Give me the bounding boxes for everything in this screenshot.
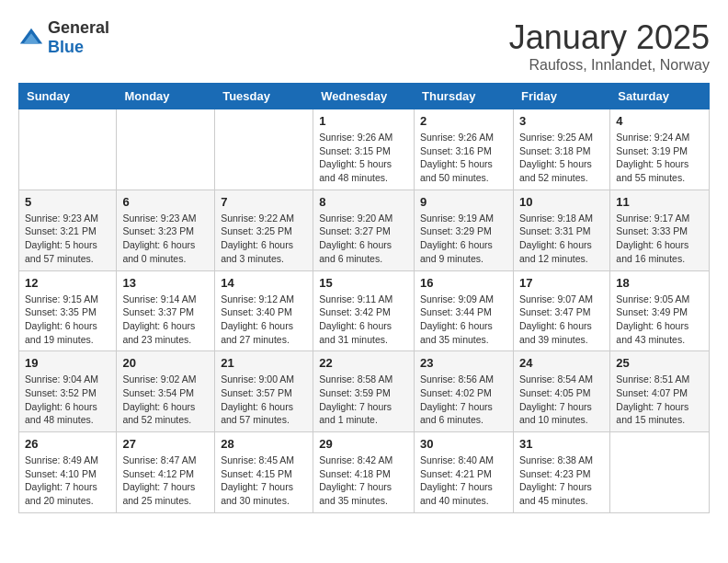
week-row-3: 12Sunrise: 9:15 AMSunset: 3:35 PMDayligh… xyxy=(19,270,710,351)
day-info: Sunrise: 8:42 AMSunset: 4:18 PMDaylight:… xyxy=(319,454,408,508)
logo-icon xyxy=(18,25,44,51)
day-cell: 21Sunrise: 9:00 AMSunset: 3:57 PMDayligh… xyxy=(215,351,313,432)
day-cell: 16Sunrise: 9:09 AMSunset: 3:44 PMDayligh… xyxy=(415,270,514,351)
day-cell: 24Sunrise: 8:54 AMSunset: 4:05 PMDayligh… xyxy=(513,351,609,432)
day-info: Sunrise: 8:40 AMSunset: 4:21 PMDaylight:… xyxy=(420,454,507,508)
title-block: January 2025 Raufoss, Innlandet, Norway xyxy=(509,18,710,74)
day-number: 24 xyxy=(519,356,604,370)
day-number: 16 xyxy=(420,276,507,290)
day-number: 27 xyxy=(122,437,209,451)
day-cell: 30Sunrise: 8:40 AMSunset: 4:21 PMDayligh… xyxy=(415,432,514,513)
day-number: 7 xyxy=(221,195,307,209)
day-cell: 3Sunrise: 9:25 AMSunset: 3:18 PMDaylight… xyxy=(513,109,609,190)
day-cell: 15Sunrise: 9:11 AMSunset: 3:42 PMDayligh… xyxy=(313,270,415,351)
day-number: 4 xyxy=(616,114,703,128)
day-cell: 23Sunrise: 8:56 AMSunset: 4:02 PMDayligh… xyxy=(415,351,514,432)
day-info: Sunrise: 9:09 AMSunset: 3:44 PMDaylight:… xyxy=(420,293,507,347)
day-number: 6 xyxy=(122,195,209,209)
day-info: Sunrise: 9:19 AMSunset: 3:29 PMDaylight:… xyxy=(420,212,507,266)
day-cell: 17Sunrise: 9:07 AMSunset: 3:47 PMDayligh… xyxy=(513,270,609,351)
logo-blue: Blue xyxy=(48,38,84,56)
day-cell: 2Sunrise: 9:26 AMSunset: 3:16 PMDaylight… xyxy=(415,109,514,190)
day-cell: 6Sunrise: 9:23 AMSunset: 3:23 PMDaylight… xyxy=(117,190,215,270)
day-cell: 1Sunrise: 9:26 AMSunset: 3:15 PMDaylight… xyxy=(313,109,415,190)
week-row-2: 5Sunrise: 9:23 AMSunset: 3:21 PMDaylight… xyxy=(19,190,710,270)
day-cell: 26Sunrise: 8:49 AMSunset: 4:10 PMDayligh… xyxy=(19,432,117,513)
day-info: Sunrise: 8:49 AMSunset: 4:10 PMDaylight:… xyxy=(25,454,110,508)
logo-general: General xyxy=(48,18,109,37)
day-number: 18 xyxy=(616,276,703,290)
day-cell: 25Sunrise: 8:51 AMSunset: 4:07 PMDayligh… xyxy=(610,351,710,432)
calendar-header: SundayMondayTuesdayWednesdayThursdayFrid… xyxy=(19,84,710,109)
header-cell-saturday: Saturday xyxy=(610,84,710,109)
calendar-body: 1Sunrise: 9:26 AMSunset: 3:15 PMDaylight… xyxy=(19,109,710,513)
day-info: Sunrise: 8:54 AMSunset: 4:05 PMDaylight:… xyxy=(519,373,604,427)
day-info: Sunrise: 9:07 AMSunset: 3:47 PMDaylight:… xyxy=(519,293,604,347)
day-cell: 10Sunrise: 9:18 AMSunset: 3:31 PMDayligh… xyxy=(513,190,609,270)
header-cell-wednesday: Wednesday xyxy=(313,84,415,109)
day-number: 11 xyxy=(616,195,703,209)
day-cell xyxy=(19,109,117,190)
day-cell: 5Sunrise: 9:23 AMSunset: 3:21 PMDaylight… xyxy=(19,190,117,270)
day-number: 30 xyxy=(420,437,507,451)
day-info: Sunrise: 9:05 AMSunset: 3:49 PMDaylight:… xyxy=(616,293,703,347)
logo: General Blue xyxy=(18,18,109,57)
day-cell: 22Sunrise: 8:58 AMSunset: 3:59 PMDayligh… xyxy=(313,351,415,432)
day-number: 10 xyxy=(519,195,604,209)
day-number: 3 xyxy=(519,114,604,128)
day-cell: 18Sunrise: 9:05 AMSunset: 3:49 PMDayligh… xyxy=(610,270,710,351)
day-cell: 20Sunrise: 9:02 AMSunset: 3:54 PMDayligh… xyxy=(117,351,215,432)
day-cell: 27Sunrise: 8:47 AMSunset: 4:12 PMDayligh… xyxy=(117,432,215,513)
day-number: 2 xyxy=(420,114,507,128)
day-info: Sunrise: 9:17 AMSunset: 3:33 PMDaylight:… xyxy=(616,212,703,266)
day-number: 21 xyxy=(221,356,307,370)
day-info: Sunrise: 8:58 AMSunset: 3:59 PMDaylight:… xyxy=(319,373,408,427)
day-number: 1 xyxy=(319,114,408,128)
header-cell-sunday: Sunday xyxy=(19,84,117,109)
header-cell-thursday: Thursday xyxy=(415,84,514,109)
day-info: Sunrise: 9:26 AMSunset: 3:15 PMDaylight:… xyxy=(319,131,408,185)
day-info: Sunrise: 9:11 AMSunset: 3:42 PMDaylight:… xyxy=(319,293,408,347)
header-cell-tuesday: Tuesday xyxy=(215,84,313,109)
day-number: 29 xyxy=(319,437,408,451)
day-info: Sunrise: 9:12 AMSunset: 3:40 PMDaylight:… xyxy=(221,293,307,347)
day-number: 12 xyxy=(25,276,110,290)
day-info: Sunrise: 9:23 AMSunset: 3:21 PMDaylight:… xyxy=(25,212,110,266)
day-info: Sunrise: 9:24 AMSunset: 3:19 PMDaylight:… xyxy=(616,131,703,185)
day-info: Sunrise: 8:45 AMSunset: 4:15 PMDaylight:… xyxy=(221,454,307,508)
day-info: Sunrise: 8:51 AMSunset: 4:07 PMDaylight:… xyxy=(616,373,703,427)
day-info: Sunrise: 8:56 AMSunset: 4:02 PMDaylight:… xyxy=(420,373,507,427)
day-cell: 13Sunrise: 9:14 AMSunset: 3:37 PMDayligh… xyxy=(117,270,215,351)
day-info: Sunrise: 9:23 AMSunset: 3:23 PMDaylight:… xyxy=(122,212,209,266)
day-cell xyxy=(610,432,710,513)
day-number: 5 xyxy=(25,195,110,209)
week-row-1: 1Sunrise: 9:26 AMSunset: 3:15 PMDaylight… xyxy=(19,109,710,190)
calendar-table: SundayMondayTuesdayWednesdayThursdayFrid… xyxy=(18,83,710,513)
header-row: SundayMondayTuesdayWednesdayThursdayFrid… xyxy=(19,84,710,109)
day-number: 13 xyxy=(122,276,209,290)
day-cell: 28Sunrise: 8:45 AMSunset: 4:15 PMDayligh… xyxy=(215,432,313,513)
header-cell-friday: Friday xyxy=(513,84,609,109)
week-row-5: 26Sunrise: 8:49 AMSunset: 4:10 PMDayligh… xyxy=(19,432,710,513)
day-info: Sunrise: 8:47 AMSunset: 4:12 PMDaylight:… xyxy=(122,454,209,508)
day-info: Sunrise: 9:02 AMSunset: 3:54 PMDaylight:… xyxy=(122,373,209,427)
day-number: 17 xyxy=(519,276,604,290)
day-cell: 11Sunrise: 9:17 AMSunset: 3:33 PMDayligh… xyxy=(610,190,710,270)
day-cell: 19Sunrise: 9:04 AMSunset: 3:52 PMDayligh… xyxy=(19,351,117,432)
day-info: Sunrise: 9:04 AMSunset: 3:52 PMDaylight:… xyxy=(25,373,110,427)
day-number: 26 xyxy=(25,437,110,451)
day-number: 15 xyxy=(319,276,408,290)
week-row-4: 19Sunrise: 9:04 AMSunset: 3:52 PMDayligh… xyxy=(19,351,710,432)
day-number: 28 xyxy=(221,437,307,451)
day-info: Sunrise: 9:22 AMSunset: 3:25 PMDaylight:… xyxy=(221,212,307,266)
day-cell xyxy=(117,109,215,190)
day-cell: 8Sunrise: 9:20 AMSunset: 3:27 PMDaylight… xyxy=(313,190,415,270)
day-cell xyxy=(215,109,313,190)
calendar-subtitle: Raufoss, Innlandet, Norway xyxy=(509,57,710,74)
day-cell: 7Sunrise: 9:22 AMSunset: 3:25 PMDaylight… xyxy=(215,190,313,270)
day-number: 19 xyxy=(25,356,110,370)
day-info: Sunrise: 9:25 AMSunset: 3:18 PMDaylight:… xyxy=(519,131,604,185)
day-info: Sunrise: 8:38 AMSunset: 4:23 PMDaylight:… xyxy=(519,454,604,508)
day-cell: 12Sunrise: 9:15 AMSunset: 3:35 PMDayligh… xyxy=(19,270,117,351)
day-number: 14 xyxy=(221,276,307,290)
